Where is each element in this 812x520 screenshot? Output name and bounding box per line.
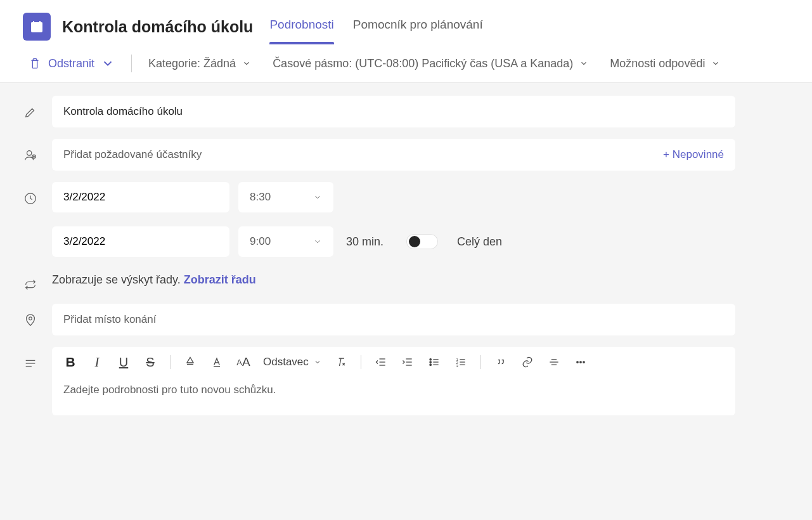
bold-button[interactable]: B [63, 353, 77, 371]
end-time-value: 9:00 [250, 235, 271, 248]
timezone-label: Časové pásmo: (UTC-08:00) Pacifický čas … [273, 57, 573, 70]
title-row [23, 96, 789, 127]
start-time-select[interactable]: 8:30 [238, 182, 333, 212]
separator [361, 355, 361, 369]
start-time-value: 8:30 [250, 191, 271, 204]
end-time-select[interactable]: 9:00 [238, 226, 333, 257]
decrease-indent-button[interactable] [374, 353, 388, 371]
rich-editor: B I U S AA Odstavec [52, 347, 735, 415]
chevron-down-icon [313, 193, 322, 202]
pencil-icon [23, 105, 38, 120]
svg-point-32 [577, 361, 579, 363]
tab-details[interactable]: Podrobnosti [269, 9, 333, 44]
quote-button[interactable] [494, 353, 508, 371]
delete-button[interactable]: Odstranit [28, 56, 115, 70]
svg-point-34 [583, 361, 585, 363]
tabs: Podrobnosti Pomocník pro plánování [269, 9, 482, 44]
bulleted-list-button[interactable] [427, 353, 441, 371]
delete-label: Odstranit [48, 57, 94, 70]
strikethrough-button[interactable]: S [143, 353, 157, 371]
divider-button[interactable] [547, 353, 561, 371]
people-add-icon [23, 148, 38, 163]
svg-point-7 [29, 317, 32, 320]
chevron-down-icon [101, 56, 115, 70]
all-day-label: Celý den [457, 235, 502, 249]
link-button[interactable] [520, 353, 534, 371]
attendees-placeholder: Přidat požadované účastníky [63, 148, 202, 161]
optional-attendees-link[interactable]: + Nepovinné [663, 148, 724, 161]
increase-indent-button[interactable] [401, 353, 415, 371]
category-label: Kategorie: Žádná [148, 57, 236, 70]
location-input[interactable] [52, 304, 735, 335]
underline-button[interactable]: U [117, 353, 131, 371]
timezone-dropdown[interactable]: Časové pásmo: (UTC-08:00) Pacifický čas … [273, 57, 588, 70]
clear-formatting-button[interactable] [334, 353, 348, 371]
paragraph-style-select[interactable]: Odstavec [263, 356, 321, 368]
svg-rect-1 [31, 22, 42, 25]
show-series-link[interactable]: Zobrazit řadu [184, 273, 256, 286]
recurrence-text: Zobrazuje se výskyt řady. Zobrazit řadu [52, 268, 256, 292]
chevron-down-icon [313, 237, 322, 246]
italic-button[interactable]: I [90, 353, 104, 371]
response-label: Možnosti odpovědi [610, 57, 705, 70]
svg-point-19 [430, 364, 432, 366]
attendees-row: Přidat požadované účastníky + Nepovinné [23, 139, 789, 171]
svg-point-4 [27, 151, 32, 155]
clock-icon [23, 191, 38, 206]
header: Kontrola domácího úkolu Podrobnosti Pomo… [0, 0, 812, 44]
datetime-row: 8:30 9:00 30 min. Celý den [23, 182, 789, 257]
location-icon [23, 313, 38, 328]
category-dropdown[interactable]: Kategorie: Žádná [148, 57, 251, 70]
more-options-button[interactable] [574, 353, 588, 371]
font-size-button[interactable]: AA [236, 353, 250, 371]
svg-point-18 [430, 361, 432, 363]
chevron-down-icon [314, 358, 321, 366]
duration-label: 30 min. [346, 235, 383, 249]
editor-body[interactable]: Zadejte podrobnosti pro tuto novou schůz… [52, 377, 735, 415]
recurrence-icon [23, 277, 38, 292]
page-title: Kontrola domácího úkolu [62, 18, 253, 36]
separator [131, 55, 132, 72]
font-color-button[interactable] [210, 353, 224, 371]
editor-toolbar: B I U S AA Odstavec [52, 347, 735, 377]
end-date-input[interactable] [52, 226, 229, 257]
description-icon [23, 356, 38, 371]
highlight-button[interactable] [183, 353, 197, 371]
title-input[interactable] [52, 96, 735, 127]
separator [170, 355, 171, 369]
description-row: B I U S AA Odstavec [23, 347, 789, 415]
svg-point-17 [430, 359, 432, 361]
location-row [23, 304, 789, 335]
separator [480, 355, 481, 369]
chevron-down-icon [579, 59, 588, 68]
tab-scheduling-assistant[interactable]: Pomocník pro plánování [353, 9, 483, 44]
svg-point-33 [580, 361, 582, 363]
calendar-app-icon [23, 13, 51, 41]
chevron-down-icon [242, 59, 251, 68]
toolbar: Odstranit Kategorie: Žádná Časové pásmo:… [0, 44, 812, 83]
attendees-input[interactable]: Přidat požadované účastníky + Nepovinné [52, 139, 735, 171]
svg-text:3: 3 [456, 364, 458, 368]
start-date-input[interactable] [52, 182, 229, 212]
all-day-toggle[interactable] [406, 234, 438, 249]
response-options-dropdown[interactable]: Možnosti odpovědi [610, 57, 720, 70]
recurrence-row: Zobrazuje se výskyt řady. Zobrazit řadu [23, 268, 789, 292]
form: Přidat požadované účastníky + Nepovinné … [0, 83, 812, 439]
numbered-list-button[interactable]: 123 [454, 353, 468, 371]
chevron-down-icon [711, 59, 720, 68]
